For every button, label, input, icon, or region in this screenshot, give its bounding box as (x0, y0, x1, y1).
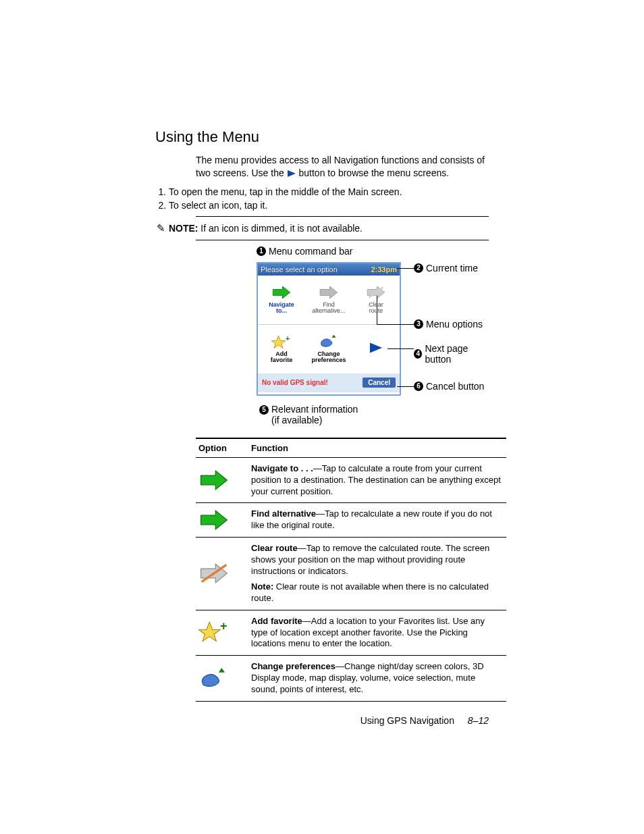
intro-paragraph: The menu provides access to all Navigati… (196, 154, 489, 180)
device-screenshot: Please select an option 2:33pm Navigate … (257, 262, 401, 396)
callout-3: 3Menu options (414, 319, 483, 330)
row-bold: Clear route (251, 543, 298, 553)
table-row: + Add favorite—Add a location to your Fa… (196, 610, 506, 656)
label-find-alternative: Find alternative... (312, 302, 345, 315)
th-function: Function (248, 438, 506, 458)
icon-find-alternative[interactable]: Find alternative... (305, 276, 352, 324)
row-bold: Change preferences (251, 661, 336, 671)
callout-3-text: Menu options (426, 319, 483, 330)
row-icon-clear (196, 538, 248, 610)
screen-row-1: Navigate to... Find alternative... Clear… (258, 276, 400, 325)
play-icon (287, 170, 296, 178)
row-icon-navigate (196, 457, 248, 503)
screen-titlebar: Please select an option 2:33pm (258, 263, 400, 276)
note-icon: ✎ (155, 222, 166, 234)
callout-1-text: Menu command bar (269, 246, 353, 257)
row-func: Change preferences—Change night/day scre… (248, 656, 506, 702)
steps-list: To open the menu, tap in the middle of t… (155, 186, 489, 211)
divider (196, 216, 489, 217)
svg-marker-2 (271, 336, 286, 348)
row-func: Find alternative—Tap to recalculate a ne… (248, 503, 506, 538)
screen-row-2: + Add favorite Change preferences (258, 325, 400, 373)
callout-4: 4Next page button (414, 343, 489, 365)
row-bold: Add favorite (251, 616, 302, 626)
step-1: To open the menu, tap in the middle of t… (169, 186, 489, 197)
divider (196, 240, 489, 240)
th-option: Option (196, 438, 248, 458)
svg-marker-4 (370, 343, 382, 353)
intro-text-b: button to browse the menu screens. (299, 167, 450, 178)
page-footer: Using GPS Navigation 8–12 (360, 715, 489, 726)
svg-text:+: + (286, 334, 290, 342)
row-icon-addfav: + (196, 610, 248, 656)
options-table: Option Function Navigate to . . .—Tap to… (196, 438, 506, 702)
svg-marker-6 (199, 622, 221, 641)
figure: 1 Menu command bar Please select an opti… (196, 249, 489, 438)
screen-status-bar: No valid GPS signal! Cancel (258, 373, 400, 392)
callout-num-1: 1 (257, 246, 266, 256)
callout-6: 6Cancel button (414, 381, 484, 392)
callout-2-text: Current time (426, 263, 478, 273)
table-row: Find alternative—Tap to recalculate a ne… (196, 503, 506, 538)
footer-chapter: Using GPS Navigation (360, 715, 454, 726)
leader-2 (397, 268, 414, 269)
row-func: Navigate to . . .—Tap to calculate a rou… (248, 457, 506, 503)
icon-change-preferences[interactable]: Change preferences (305, 325, 352, 373)
leader-4 (387, 348, 414, 349)
row-func: Clear route—Tap to remove the calculated… (248, 538, 506, 610)
icon-clear-route[interactable]: Clear route (352, 276, 400, 324)
cancel-button[interactable]: Cancel (363, 377, 396, 388)
icon-navigate-to[interactable]: Navigate to... (258, 276, 305, 324)
note-line: ✎ NOTE: If an icon is dimmed, it is not … (155, 222, 489, 234)
table-row: Change preferences—Change night/day scre… (196, 656, 506, 702)
row-bold: Find alternative (251, 509, 316, 519)
screen-time: 2:33pm (371, 263, 397, 276)
svg-text:+: + (220, 621, 227, 633)
callout-1: 1 Menu command bar (257, 246, 353, 257)
row-note-bold: Note: (251, 581, 273, 592)
label-change-preferences: Change preferences (311, 351, 346, 364)
icon-add-favorite[interactable]: + Add favorite (258, 325, 305, 373)
note-text: If an icon is dimmed, it is not availabl… (200, 223, 363, 234)
row-icon-findalt (196, 503, 248, 538)
gps-status: No valid GPS signal! (262, 379, 328, 386)
page-heading: Using the Menu (155, 128, 489, 146)
label-navigate-to: Navigate to... (269, 302, 294, 315)
step-2: To select an icon, tap it. (169, 200, 489, 211)
leader-3h (377, 324, 414, 325)
row-func: Add favorite—Add a location to your Favo… (248, 610, 506, 656)
leader-3v (377, 296, 377, 324)
table-row: Clear route—Tap to remove the calculated… (196, 538, 506, 610)
label-add-favorite: Add favorite (271, 351, 293, 364)
row-bold: Navigate to . . . (251, 463, 313, 473)
note-label: NOTE: (169, 223, 198, 234)
footer-page: 8–12 (468, 715, 489, 726)
icon-next-page[interactable] (352, 325, 400, 373)
label-clear-route: Clear route (369, 302, 383, 315)
table-row: Navigate to . . .—Tap to calculate a rou… (196, 457, 506, 503)
callout-5-text: Relevant information (if available) (271, 404, 358, 425)
svg-marker-0 (288, 170, 296, 177)
screen-title-text: Please select an option (261, 265, 338, 273)
callout-4-text: Next page button (425, 343, 489, 365)
callout-2: 2Current time (414, 263, 478, 273)
callout-6-text: Cancel button (426, 381, 484, 392)
callout-5: 5Relevant information (if available) (259, 404, 358, 425)
row-icon-prefs (196, 656, 248, 702)
leader-6 (397, 386, 414, 387)
row-note-text: Clear route is not available when there … (251, 581, 489, 603)
